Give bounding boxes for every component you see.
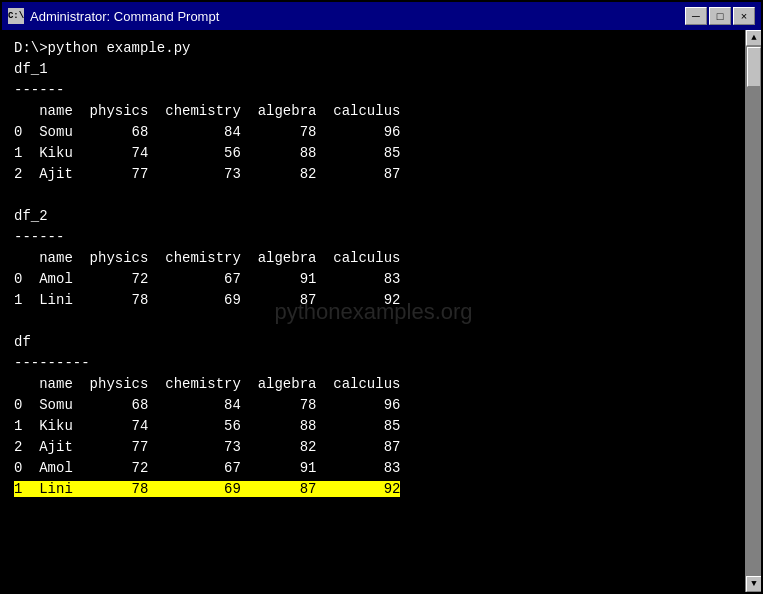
minimize-button[interactable]: ─ [685,7,707,25]
scrollbar[interactable]: ▲ ▼ [745,30,761,592]
terminal-output[interactable]: pythonexamples.org D:\>python example.py… [2,30,745,592]
window-controls: ─ □ × [685,7,755,25]
window-title: Administrator: Command Prompt [30,9,685,24]
scroll-thumb[interactable] [747,47,761,87]
maximize-button[interactable]: □ [709,7,731,25]
scroll-track [746,46,761,576]
scroll-down-button[interactable]: ▼ [746,576,761,592]
cmd-window: C:\ Administrator: Command Prompt ─ □ × … [0,0,763,594]
terminal-content: D:\>python example.py df_1 ------ name p… [14,38,733,500]
title-bar: C:\ Administrator: Command Prompt ─ □ × [2,2,761,30]
scroll-up-button[interactable]: ▲ [746,30,761,46]
app-icon: C:\ [8,8,24,24]
close-button[interactable]: × [733,7,755,25]
content-area: pythonexamples.org D:\>python example.py… [2,30,761,592]
